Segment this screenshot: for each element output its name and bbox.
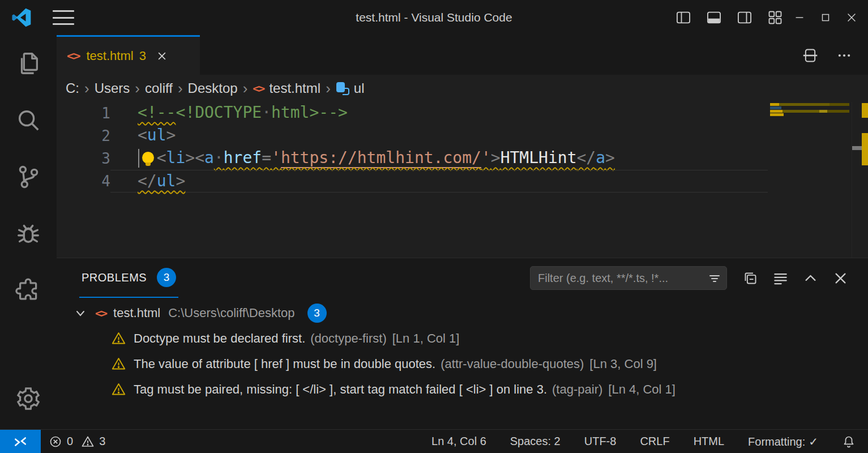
maximize-panel-icon[interactable] [803, 271, 818, 286]
tab-close-icon[interactable] [156, 50, 168, 62]
html-file-icon: <> [253, 82, 264, 95]
more-actions-icon[interactable] [836, 48, 852, 63]
toggle-secondary-sidebar-icon[interactable] [737, 10, 752, 25]
problems-file-name: test.html [113, 306, 160, 320]
problem-rows-container: Doctype must be declared first. (doctype… [57, 326, 868, 402]
breadcrumb-symbol-ul[interactable]: ul [354, 80, 365, 96]
problems-tab-label: PROBLEMS [82, 271, 147, 284]
breadcrumb-file[interactable]: test.html [269, 80, 320, 96]
breadcrumb-drive[interactable]: C: [66, 80, 79, 96]
problem-rule: (attr-value-double-quotes) [441, 357, 584, 371]
line-number: 1 [57, 102, 110, 125]
editor-group: <> test.html 3 C: › Users › coliff › Des… [57, 35, 868, 429]
problems-file-row[interactable]: <> test.html C:\Users\coliff\Desktop 3 [57, 300, 868, 326]
split-editor-icon[interactable] [802, 48, 818, 63]
diagnostics-status[interactable]: 0 3 [49, 435, 109, 448]
panel-header: PROBLEMS 3 [57, 258, 868, 298]
menu-icon[interactable] [53, 10, 74, 25]
panel-actions [743, 271, 848, 286]
code-line-1[interactable]: 1<!--<!DOCTYPE·html>--> [57, 102, 768, 125]
code-editor[interactable]: 1<!--<!DOCTYPE·html>-->2<ul>3 <li><a·hre… [57, 102, 868, 258]
problem-row[interactable]: The value of attribute [ href ] must be … [57, 351, 868, 377]
code-line-2[interactable]: 2<ul> [57, 125, 768, 147]
tab-bar: <> test.html 3 [57, 35, 868, 75]
run-debug-icon[interactable] [15, 220, 42, 247]
line-content: <li><a·href='https://htmlhint.com/'>HTML… [110, 147, 768, 170]
problems-count-badge: 3 [157, 268, 176, 287]
line-number: 2 [57, 125, 110, 147]
problem-row[interactable]: Tag must be paired, missing: [ </li> ], … [57, 377, 868, 402]
filter-icon[interactable] [708, 272, 721, 285]
warning-icon [111, 331, 126, 346]
collapse-all-icon[interactable] [743, 271, 758, 286]
minimap-line-2 [770, 106, 781, 109]
encoding[interactable]: UTF-8 [584, 435, 617, 448]
problem-rule: (doctype-first) [310, 331, 386, 346]
indentation[interactable]: Spaces: 2 [510, 435, 561, 448]
file-problems-badge: 3 [307, 304, 327, 323]
ruler-warning-mark [862, 103, 868, 118]
search-icon[interactable] [15, 106, 42, 134]
remote-indicator[interactable] [0, 430, 41, 453]
customize-layout-icon[interactable] [767, 10, 783, 25]
vscode-window: test.html - Visual Studio Code [0, 0, 868, 453]
explorer-icon[interactable] [15, 50, 42, 77]
chevron-right-icon: › [178, 81, 183, 96]
tab-problem-badge: 3 [139, 49, 146, 63]
tab-test-html[interactable]: <> test.html 3 [57, 35, 200, 75]
breadcrumb: C: › Users › coliff › Desktop › <> test.… [57, 75, 868, 102]
symbol-element-icon [336, 82, 349, 95]
minimap[interactable] [768, 102, 852, 258]
overview-ruler[interactable] [852, 102, 868, 258]
line-content: <!--<!DOCTYPE·html>--> [110, 102, 768, 125]
ruler-warning-mark [862, 133, 868, 165]
close-panel-icon[interactable] [833, 271, 848, 286]
problems-file-path: C:\Users\coliff\Desktop [168, 306, 294, 320]
problems-list: <> test.html C:\Users\coliff\Desktop 3 D… [57, 300, 868, 402]
remote-icon [13, 434, 28, 449]
vscode-logo-icon [12, 8, 31, 27]
problems-filter [530, 266, 727, 290]
line-content: <ul> [110, 125, 768, 147]
warning-count: 3 [99, 435, 105, 448]
notifications-bell-icon[interactable] [842, 435, 856, 448]
eol-sequence[interactable]: CRLF [640, 435, 669, 448]
filter-input[interactable] [531, 267, 726, 289]
lightbulb-icon[interactable] [142, 152, 155, 166]
problem-position: [Ln 4, Col 1] [608, 382, 675, 397]
line-number: 4 [57, 170, 110, 193]
error-count: 0 [67, 435, 73, 448]
problems-panel: PROBLEMS 3 <> t [57, 258, 868, 429]
warning-icon [111, 356, 126, 371]
source-control-icon[interactable] [15, 163, 42, 190]
toggle-panel-icon[interactable] [706, 10, 722, 25]
code-line-3[interactable]: 3 <li><a·href='https://htmlhint.com/'>HT… [57, 147, 768, 170]
problem-row[interactable]: Doctype must be declared first. (doctype… [57, 326, 868, 351]
breadcrumb-users[interactable]: Users [95, 80, 130, 96]
problem-message: Tag must be paired, missing: [ </li> ], … [134, 382, 547, 397]
problem-message: The value of attribute [ href ] must be … [134, 357, 435, 371]
tab-label: test.html [87, 49, 134, 63]
close-button[interactable] [839, 0, 865, 35]
tab-problems[interactable]: PROBLEMS 3 [79, 258, 178, 298]
warnings-icon [81, 435, 95, 448]
html-file-icon: <> [95, 306, 106, 320]
maximize-button[interactable] [813, 0, 839, 35]
minimize-button[interactable] [786, 0, 813, 35]
problem-message: Doctype must be declared first. [134, 331, 305, 346]
minimap-line-4 [770, 113, 784, 116]
extensions-icon[interactable] [15, 276, 42, 304]
formatting-status[interactable]: Formatting:✓ [748, 435, 818, 448]
settings-gear-icon[interactable] [15, 385, 42, 412]
code-line-4[interactable]: 4</ul> [57, 170, 768, 193]
language-mode[interactable]: HTML [694, 435, 724, 448]
cursor-position[interactable]: Ln 4, Col 6 [431, 435, 486, 448]
errors-icon [49, 435, 62, 448]
chevron-right-icon: › [135, 81, 140, 96]
chevron-down-icon[interactable] [74, 306, 87, 320]
breadcrumb-desktop[interactable]: Desktop [188, 80, 238, 96]
toggle-primary-sidebar-icon[interactable] [675, 10, 691, 25]
view-as-table-icon[interactable] [773, 271, 788, 286]
breadcrumb-coliff[interactable]: coliff [145, 80, 173, 96]
line-number: 3 [57, 147, 110, 170]
